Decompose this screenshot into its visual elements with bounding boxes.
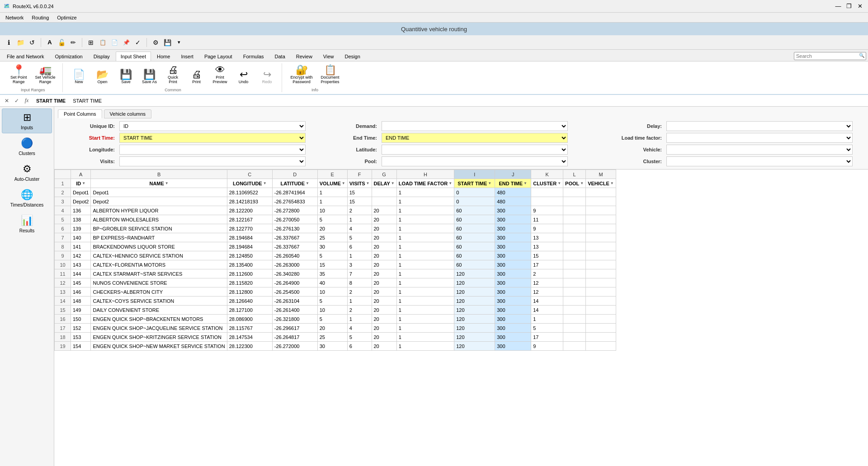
formula-cancel-icon[interactable]: ✕ xyxy=(3,97,11,105)
col-header-D[interactable]: D xyxy=(272,170,317,179)
cell-16-8[interactable]: 120 xyxy=(454,315,495,324)
col-header-J[interactable]: J xyxy=(495,170,531,179)
cell-1-I[interactable]: START TIME▼ xyxy=(454,179,495,188)
cell-13-1[interactable]: CHECKERS~ALBERTON CITY xyxy=(91,287,227,297)
cell-10-2[interactable]: 28.135400 xyxy=(227,260,272,269)
demand-select[interactable] xyxy=(382,121,568,131)
cell-2-12[interactable] xyxy=(586,188,616,197)
cell-7-10[interactable]: 13 xyxy=(531,233,563,242)
cell-8-10[interactable]: 13 xyxy=(531,242,563,251)
cell-3-7[interactable]: 1 xyxy=(396,197,454,206)
cell-14-2[interactable]: 28.126640 xyxy=(227,297,272,306)
cell-2-8[interactable]: 0 xyxy=(454,188,495,197)
cell-8-0[interactable]: 141 xyxy=(71,242,91,251)
tab-formulas[interactable]: Formulas xyxy=(238,52,269,61)
cell-15-2[interactable]: 28.127100 xyxy=(227,306,272,315)
cell-6-6[interactable]: 20 xyxy=(372,224,396,233)
cell-4-0[interactable]: 136 xyxy=(71,206,91,215)
tab-vehicle-columns[interactable]: Vehicle columns xyxy=(104,109,152,118)
cell-9-12[interactable] xyxy=(586,251,616,260)
cell-4-2[interactable]: 28.122200 xyxy=(227,206,272,215)
cell-14-9[interactable]: 300 xyxy=(495,297,531,306)
cell-2-4[interactable]: 1 xyxy=(317,188,347,197)
tab-input-sheet[interactable]: Input Sheet xyxy=(116,52,151,61)
cell-4-6[interactable]: 20 xyxy=(372,206,396,215)
restore-button[interactable]: ❐ xyxy=(844,2,854,11)
cell-1-M[interactable]: VEHICLE▼ xyxy=(586,179,616,188)
cell-19-4[interactable]: 30 xyxy=(317,342,347,351)
cell-18-2[interactable]: 28.147534 xyxy=(227,333,272,342)
tab-home[interactable]: Home xyxy=(152,52,175,61)
cell-16-3[interactable]: -26.321800 xyxy=(272,315,317,324)
cell-4-9[interactable]: 300 xyxy=(495,206,531,215)
cell-12-11[interactable] xyxy=(563,278,586,287)
cell-8-8[interactable]: 60 xyxy=(454,242,495,251)
cell-16-2[interactable]: 28.086900 xyxy=(227,315,272,324)
tab-display[interactable]: Display xyxy=(89,52,115,61)
cell-14-5[interactable]: 1 xyxy=(347,297,372,306)
end-time-select[interactable]: END TIME xyxy=(382,133,568,143)
cell-2-0[interactable]: Depot1 xyxy=(71,188,91,197)
cell-1-B[interactable]: NAME▼ xyxy=(91,179,227,188)
copy1-icon[interactable]: 📋 xyxy=(98,38,108,47)
cell-11-1[interactable]: CALTEX STARMART~STAR SERVICES xyxy=(91,269,227,278)
cell-11-7[interactable]: 1 xyxy=(396,269,454,278)
cell-2-5[interactable]: 15 xyxy=(347,188,372,197)
col-header-K[interactable]: K xyxy=(531,170,563,179)
cell-11-2[interactable]: 28.112600 xyxy=(227,269,272,278)
cell-18-0[interactable]: 153 xyxy=(71,333,91,342)
cluster-select[interactable] xyxy=(666,156,853,166)
cell-13-5[interactable]: 2 xyxy=(347,287,372,297)
cell-3-2[interactable]: 28.14218193 xyxy=(227,197,272,206)
cell-13-10[interactable]: 12 xyxy=(531,287,563,297)
cell-19-9[interactable]: 300 xyxy=(495,342,531,351)
cell-19-6[interactable]: 20 xyxy=(372,342,396,351)
cell-7-5[interactable]: 5 xyxy=(347,233,372,242)
cell-13-12[interactable] xyxy=(586,287,616,297)
cell-18-12[interactable] xyxy=(586,333,616,342)
cell-12-5[interactable]: 8 xyxy=(347,278,372,287)
menu-optimize[interactable]: Optimize xyxy=(53,13,80,22)
cell-9-11[interactable] xyxy=(563,251,586,260)
cell-8-4[interactable]: 30 xyxy=(317,242,347,251)
cell-2-7[interactable]: 1 xyxy=(396,188,454,197)
cell-8-12[interactable] xyxy=(586,242,616,251)
cell-1-J[interactable]: END TIME▼ xyxy=(495,179,531,188)
cell-15-12[interactable] xyxy=(586,306,616,315)
cell-1-A[interactable]: ID▼ xyxy=(71,179,91,188)
tab-optimization[interactable]: Optimization xyxy=(50,52,88,61)
cell-9-0[interactable]: 142 xyxy=(71,251,91,260)
cell-1-E[interactable]: VOLUME▼ xyxy=(317,179,347,188)
vehicle-select[interactable] xyxy=(666,145,853,155)
save-as-button[interactable]: 💾 Save As xyxy=(139,68,160,86)
cell-11-0[interactable]: 144 xyxy=(71,269,91,278)
info-icon[interactable]: ℹ xyxy=(4,38,14,47)
cell-2-9[interactable]: 480 xyxy=(495,188,531,197)
print-button[interactable]: 🖨 Print xyxy=(186,68,208,86)
cell-10-10[interactable]: 17 xyxy=(531,260,563,269)
cell-17-12[interactable] xyxy=(586,324,616,333)
cell-10-12[interactable] xyxy=(586,260,616,269)
cell-8-3[interactable]: -26.337667 xyxy=(272,242,317,251)
cell-9-3[interactable]: -26.260540 xyxy=(272,251,317,260)
sidebar-item-clusters[interactable]: 🔵 Clusters xyxy=(2,134,52,159)
cell-18-8[interactable]: 120 xyxy=(454,333,495,342)
cell-7-9[interactable]: 300 xyxy=(495,233,531,242)
cell-19-12[interactable] xyxy=(586,342,616,351)
cell-13-7[interactable]: 1 xyxy=(396,287,454,297)
cell-19-7[interactable]: 1 xyxy=(396,342,454,351)
cell-10-3[interactable]: -26.263000 xyxy=(272,260,317,269)
cell-1-G[interactable]: DELAY▼ xyxy=(372,179,396,188)
cell-13-4[interactable]: 10 xyxy=(317,287,347,297)
cell-17-5[interactable]: 4 xyxy=(347,324,372,333)
print-preview-button[interactable]: 👁 PrintPreview xyxy=(209,63,231,86)
cell-11-6[interactable]: 20 xyxy=(372,269,396,278)
cell-14-12[interactable] xyxy=(586,297,616,306)
cell-16-9[interactable]: 300 xyxy=(495,315,531,324)
cell-19-5[interactable]: 6 xyxy=(347,342,372,351)
cell-15-8[interactable]: 120 xyxy=(454,306,495,315)
col-header-C[interactable]: C xyxy=(227,170,272,179)
pool-select[interactable] xyxy=(382,156,568,166)
cell-12-8[interactable]: 120 xyxy=(454,278,495,287)
cell-9-8[interactable]: 60 xyxy=(454,251,495,260)
